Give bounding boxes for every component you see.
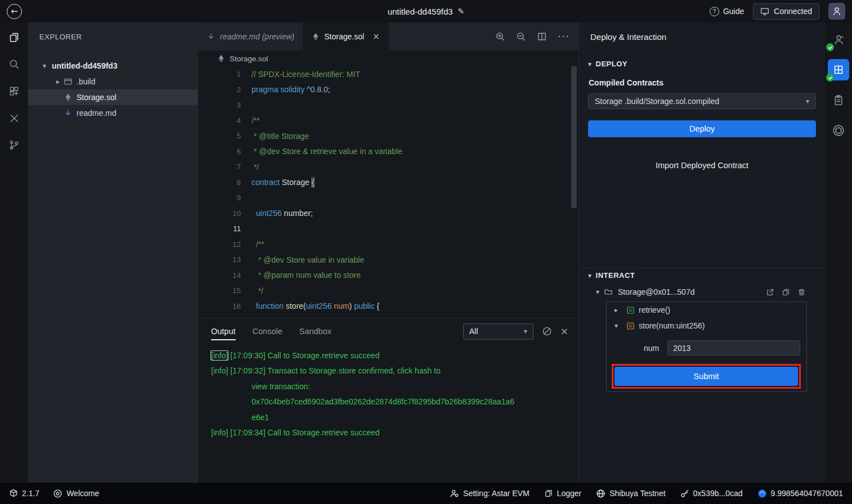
log-text: e6e1	[252, 413, 269, 422]
line-number: 14	[198, 271, 241, 280]
status-address[interactable]: 0x539b...0cad	[680, 489, 743, 498]
files-icon[interactable]	[8, 30, 20, 44]
compiler-icon[interactable]	[828, 29, 849, 50]
build-icon	[63, 77, 73, 86]
guide-button[interactable]: ? Guide	[710, 7, 744, 16]
monitor-icon	[760, 7, 769, 16]
statusbar-right: Setting: Astar EVMLoggerShibuya Testnet0…	[450, 489, 843, 498]
contract-instance-row[interactable]: ▾ Storage@0x01...507d	[596, 284, 806, 300]
tab-readme-md-preview[interactable]: readme.md (preview)	[198, 22, 303, 51]
chevron-down-icon: ▾	[596, 288, 599, 296]
line-number: 13	[198, 255, 241, 264]
status-network[interactable]: Shibuya Testnet	[596, 489, 665, 498]
status-version[interactable]: 2.1.7	[9, 489, 39, 498]
line-number: 3	[198, 101, 241, 109]
person-icon	[832, 6, 842, 16]
plugin-icon[interactable]	[8, 84, 20, 98]
explorer-header: EXPLORER	[28, 22, 198, 51]
code-line: 10 uint256 number;	[198, 206, 579, 222]
interact-methods-box: ▸retrieve()▾store(num:uint256) num Submi…	[606, 302, 807, 392]
tab-storage-sol[interactable]: Storage.sol×	[303, 22, 388, 51]
breadcrumb[interactable]: Storage.sol	[198, 51, 579, 66]
method-list: ▸retrieve()▾store(num:uint256)	[607, 302, 806, 334]
method-store-num-uint256[interactable]: ▾store(num:uint256)	[607, 318, 806, 334]
panel-tab-console[interactable]: Console	[253, 318, 282, 344]
panel-tab-output[interactable]: Output	[211, 318, 236, 344]
line-number: 10	[198, 209, 241, 218]
interact-section-header[interactable]: ▾ INTERACT	[588, 271, 635, 280]
status-label: Setting: Astar EVM	[463, 489, 530, 498]
submit-button[interactable]: Submit	[615, 367, 798, 386]
search-icon[interactable]	[8, 57, 20, 71]
line-content: * @dev Store value in variable	[241, 255, 364, 264]
panel-tab-sandbox[interactable]: Sandbox	[299, 318, 331, 344]
deploy-section-header[interactable]: ▾ DEPLOY	[588, 60, 627, 68]
contract-instance-label: Storage@0x01...507d	[618, 287, 694, 296]
line-content: // SPDX-License-Identifier: MIT	[241, 70, 360, 79]
deploy-button[interactable]: Deploy	[588, 120, 816, 137]
code-line: 7 */	[198, 159, 579, 175]
line-number: 7	[198, 163, 241, 171]
tab-label: readme.md (preview)	[220, 32, 294, 41]
log-filter-value: All	[469, 327, 478, 336]
editor-actions: ···	[495, 22, 579, 51]
panel-tabs: OutputConsoleSandbox	[211, 318, 331, 344]
folder-icon	[603, 287, 613, 296]
line-content: * @dev Store & retrieve value in a varia…	[241, 147, 402, 156]
code-line: 6 * @dev Store & retrieve value in a var…	[198, 144, 579, 160]
log-filter-select[interactable]: All ▾	[463, 323, 533, 340]
import-deployed-contract-link[interactable]: Import Deployed Contract	[579, 161, 825, 170]
status-logger[interactable]: Logger	[544, 489, 582, 498]
status-welcome[interactable]: Welcome	[53, 489, 99, 498]
git-branch-icon[interactable]	[8, 138, 20, 152]
method-retrieve[interactable]: ▸retrieve()	[607, 302, 806, 318]
chevron-down-icon: ▾	[39, 62, 50, 70]
log-level: [info]	[211, 428, 228, 437]
tools-icon[interactable]	[8, 111, 20, 125]
file-storage-sol[interactable]: Storage.sol	[28, 89, 198, 105]
code-editor[interactable]: 1// SPDX-License-Identifier: MIT2pragma …	[198, 66, 579, 318]
markdown-icon	[63, 109, 73, 118]
titlebar-right: ? Guide Connected	[710, 3, 845, 20]
zoom-out-icon[interactable]	[516, 32, 526, 42]
status-label: 2.1.7	[22, 489, 39, 498]
param-input[interactable]	[667, 340, 800, 356]
file-readme-md[interactable]: readme.md	[28, 105, 198, 121]
status-balance[interactable]: 9.998564047670001	[757, 489, 843, 498]
zoom-in-icon[interactable]	[495, 32, 505, 42]
selected-contract: Storage .build/Storage.sol.compiled	[595, 97, 719, 106]
status-label: Logger	[557, 489, 582, 498]
connected-button[interactable]: Connected	[753, 3, 819, 20]
copy-icon[interactable]	[782, 288, 790, 296]
code-line: 14 * @param num value to store	[198, 268, 579, 284]
close-panel-icon[interactable]: ×	[560, 326, 568, 337]
status-setting[interactable]: Setting: Astar EVM	[450, 489, 530, 498]
question-icon: ?	[710, 7, 719, 16]
more-actions-icon[interactable]: ···	[558, 30, 570, 43]
back-button[interactable]: ←	[7, 4, 22, 19]
activity-bar	[0, 22, 28, 483]
open-external-icon[interactable]	[766, 288, 774, 296]
deploy-interaction-icon[interactable]	[828, 59, 849, 80]
flattener-icon[interactable]	[828, 89, 849, 111]
statusbar-left: 2.1.7Welcome	[9, 489, 99, 498]
clear-output-icon[interactable]	[542, 326, 552, 336]
edit-title-icon[interactable]: ✎	[458, 7, 465, 16]
tree-root[interactable]: ▾untitled-dd459fd3	[28, 58, 198, 74]
openai-icon[interactable]	[828, 120, 849, 141]
compiled-contract-select[interactable]: Storage .build/Storage.sol.compiled ▾	[588, 93, 816, 109]
close-tab-icon[interactable]: ×	[373, 32, 380, 42]
trash-icon[interactable]	[797, 288, 806, 296]
code-line: 2pragma solidity ^0.8.0;	[198, 82, 579, 98]
log-text: [17:09:32] Transact to Storage.store con…	[228, 366, 440, 375]
chevron-down-icon: ▾	[588, 60, 592, 68]
editor-scrollbar[interactable]	[571, 66, 577, 208]
method-label: store(num:uint256)	[639, 321, 705, 330]
avatar[interactable]	[828, 3, 845, 20]
log-level: [info]	[211, 351, 228, 360]
solidity-icon	[217, 54, 225, 63]
split-editor-icon[interactable]	[537, 32, 547, 42]
titlebar: ← untitled-dd459fd3 ✎ ? Guide Connected	[0, 0, 852, 22]
file-build[interactable]: ▸.build	[28, 74, 198, 89]
deploy-section-label: DEPLOY	[596, 60, 627, 68]
